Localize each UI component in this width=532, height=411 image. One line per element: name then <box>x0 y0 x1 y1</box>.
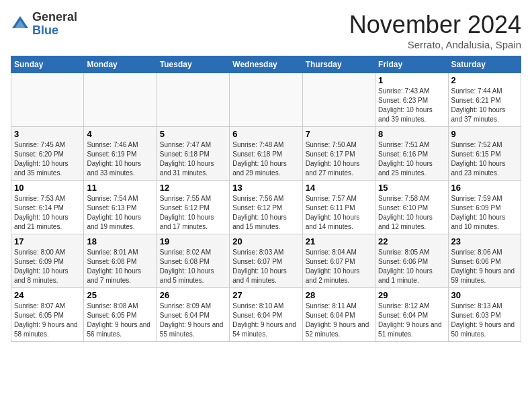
day-info: Sunrise: 7:55 AM Sunset: 6:12 PM Dayligh… <box>160 194 226 232</box>
header-row: SundayMondayTuesdayWednesdayThursdayFrid… <box>11 56 521 73</box>
day-number: 13 <box>232 183 299 193</box>
month-title: November 2024 <box>349 11 521 39</box>
day-number: 2 <box>451 75 518 85</box>
title-area: November 2024 Serrato, Andalusia, Spain <box>349 11 521 50</box>
calendar-cell: 11Sunrise: 7:54 AM Sunset: 6:13 PM Dayli… <box>84 181 157 234</box>
calendar-cell: 3Sunrise: 7:45 AM Sunset: 6:20 PM Daylig… <box>11 127 84 181</box>
header-cell-tuesday: Tuesday <box>157 56 229 73</box>
day-number: 29 <box>378 290 445 300</box>
calendar-cell <box>230 73 302 127</box>
calendar-cell: 24Sunrise: 8:07 AM Sunset: 6:05 PM Dayli… <box>11 288 84 342</box>
calendar-cell: 18Sunrise: 8:01 AM Sunset: 6:08 PM Dayli… <box>84 234 157 288</box>
calendar-cell <box>302 73 375 127</box>
day-number: 8 <box>378 129 445 139</box>
logo-icon <box>11 15 30 34</box>
day-info: Sunrise: 8:04 AM Sunset: 6:07 PM Dayligh… <box>306 248 372 285</box>
header-cell-sunday: Sunday <box>11 56 84 73</box>
header-cell-friday: Friday <box>375 56 448 73</box>
header: General Blue November 2024 Serrato, Anda… <box>11 11 521 50</box>
header-cell-monday: Monday <box>84 56 157 73</box>
logo-text: General Blue <box>32 11 77 38</box>
day-number: 27 <box>232 290 299 300</box>
day-number: 16 <box>451 183 518 193</box>
day-number: 26 <box>160 290 226 300</box>
calendar-cell: 13Sunrise: 7:56 AM Sunset: 6:12 PM Dayli… <box>230 181 302 234</box>
day-info: Sunrise: 7:48 AM Sunset: 6:18 PM Dayligh… <box>232 140 299 178</box>
day-info: Sunrise: 7:45 AM Sunset: 6:20 PM Dayligh… <box>14 140 81 178</box>
day-number: 25 <box>87 290 153 300</box>
calendar-cell: 16Sunrise: 7:59 AM Sunset: 6:09 PM Dayli… <box>448 181 521 234</box>
day-info: Sunrise: 8:13 AM Sunset: 6:03 PM Dayligh… <box>451 302 518 339</box>
day-info: Sunrise: 7:43 AM Sunset: 6:23 PM Dayligh… <box>378 87 445 124</box>
calendar-week-2: 10Sunrise: 7:53 AM Sunset: 6:14 PM Dayli… <box>11 181 521 234</box>
calendar-cell: 15Sunrise: 7:58 AM Sunset: 6:10 PM Dayli… <box>375 181 448 234</box>
day-number: 20 <box>232 236 299 246</box>
location: Serrato, Andalusia, Spain <box>349 39 521 50</box>
calendar-cell: 12Sunrise: 7:55 AM Sunset: 6:12 PM Dayli… <box>157 181 229 234</box>
day-number: 9 <box>451 129 518 139</box>
header-cell-wednesday: Wednesday <box>230 56 302 73</box>
day-info: Sunrise: 8:06 AM Sunset: 6:06 PM Dayligh… <box>451 248 518 285</box>
header-cell-thursday: Thursday <box>302 56 375 73</box>
calendar-cell <box>157 73 229 127</box>
day-info: Sunrise: 7:47 AM Sunset: 6:18 PM Dayligh… <box>160 140 226 178</box>
day-number: 12 <box>160 183 226 193</box>
calendar-cell: 29Sunrise: 8:12 AM Sunset: 6:04 PM Dayli… <box>375 288 448 342</box>
day-info: Sunrise: 7:51 AM Sunset: 6:16 PM Dayligh… <box>378 140 445 178</box>
calendar-cell: 4Sunrise: 7:46 AM Sunset: 6:19 PM Daylig… <box>84 127 157 181</box>
day-info: Sunrise: 8:11 AM Sunset: 6:04 PM Dayligh… <box>306 302 372 339</box>
calendar-cell: 21Sunrise: 8:04 AM Sunset: 6:07 PM Dayli… <box>302 234 375 288</box>
calendar-cell: 17Sunrise: 8:00 AM Sunset: 6:09 PM Dayli… <box>11 234 84 288</box>
logo-blue-text: Blue <box>32 24 77 38</box>
day-number: 28 <box>306 290 372 300</box>
day-info: Sunrise: 8:10 AM Sunset: 6:04 PM Dayligh… <box>232 302 299 339</box>
day-number: 24 <box>14 290 81 300</box>
calendar-cell: 20Sunrise: 8:03 AM Sunset: 6:07 PM Dayli… <box>230 234 302 288</box>
calendar-week-1: 3Sunrise: 7:45 AM Sunset: 6:20 PM Daylig… <box>11 127 521 181</box>
calendar-cell: 8Sunrise: 7:51 AM Sunset: 6:16 PM Daylig… <box>375 127 448 181</box>
calendar: SundayMondayTuesdayWednesdayThursdayFrid… <box>11 56 521 342</box>
calendar-cell: 9Sunrise: 7:52 AM Sunset: 6:15 PM Daylig… <box>448 127 521 181</box>
calendar-cell <box>11 73 84 127</box>
day-info: Sunrise: 8:01 AM Sunset: 6:08 PM Dayligh… <box>87 248 153 285</box>
day-number: 1 <box>378 75 445 85</box>
day-info: Sunrise: 7:58 AM Sunset: 6:10 PM Dayligh… <box>378 194 445 232</box>
calendar-cell: 5Sunrise: 7:47 AM Sunset: 6:18 PM Daylig… <box>157 127 229 181</box>
day-number: 10 <box>14 183 81 193</box>
day-number: 4 <box>87 129 153 139</box>
day-info: Sunrise: 8:07 AM Sunset: 6:05 PM Dayligh… <box>14 302 81 339</box>
calendar-cell: 7Sunrise: 7:50 AM Sunset: 6:17 PM Daylig… <box>302 127 375 181</box>
day-number: 23 <box>451 236 518 246</box>
day-number: 18 <box>87 236 153 246</box>
day-info: Sunrise: 7:52 AM Sunset: 6:15 PM Dayligh… <box>451 140 518 178</box>
day-number: 30 <box>451 290 518 300</box>
calendar-body: 1Sunrise: 7:43 AM Sunset: 6:23 PM Daylig… <box>11 73 521 342</box>
calendar-cell: 23Sunrise: 8:06 AM Sunset: 6:06 PM Dayli… <box>448 234 521 288</box>
day-number: 5 <box>160 129 226 139</box>
day-info: Sunrise: 7:56 AM Sunset: 6:12 PM Dayligh… <box>232 194 299 232</box>
calendar-cell: 19Sunrise: 8:02 AM Sunset: 6:08 PM Dayli… <box>157 234 229 288</box>
day-number: 19 <box>160 236 226 246</box>
header-cell-saturday: Saturday <box>448 56 521 73</box>
calendar-cell: 27Sunrise: 8:10 AM Sunset: 6:04 PM Dayli… <box>230 288 302 342</box>
calendar-cell: 22Sunrise: 8:05 AM Sunset: 6:06 PM Dayli… <box>375 234 448 288</box>
day-info: Sunrise: 7:57 AM Sunset: 6:11 PM Dayligh… <box>306 194 372 232</box>
day-info: Sunrise: 8:05 AM Sunset: 6:06 PM Dayligh… <box>378 248 445 285</box>
day-number: 6 <box>232 129 299 139</box>
day-number: 11 <box>87 183 153 193</box>
day-info: Sunrise: 8:02 AM Sunset: 6:08 PM Dayligh… <box>160 248 226 285</box>
day-number: 3 <box>14 129 81 139</box>
day-info: Sunrise: 8:12 AM Sunset: 6:04 PM Dayligh… <box>378 302 445 339</box>
day-info: Sunrise: 8:03 AM Sunset: 6:07 PM Dayligh… <box>232 248 299 285</box>
day-info: Sunrise: 7:46 AM Sunset: 6:19 PM Dayligh… <box>87 140 153 178</box>
calendar-week-3: 17Sunrise: 8:00 AM Sunset: 6:09 PM Dayli… <box>11 234 521 288</box>
day-info: Sunrise: 7:59 AM Sunset: 6:09 PM Dayligh… <box>451 194 518 232</box>
calendar-header: SundayMondayTuesdayWednesdayThursdayFrid… <box>11 56 521 73</box>
calendar-cell: 30Sunrise: 8:13 AM Sunset: 6:03 PM Dayli… <box>448 288 521 342</box>
calendar-cell: 10Sunrise: 7:53 AM Sunset: 6:14 PM Dayli… <box>11 181 84 234</box>
calendar-cell: 14Sunrise: 7:57 AM Sunset: 6:11 PM Dayli… <box>302 181 375 234</box>
calendar-cell <box>84 73 157 127</box>
logo: General Blue <box>11 11 77 38</box>
day-info: Sunrise: 7:53 AM Sunset: 6:14 PM Dayligh… <box>14 194 81 232</box>
calendar-week-0: 1Sunrise: 7:43 AM Sunset: 6:23 PM Daylig… <box>11 73 521 127</box>
